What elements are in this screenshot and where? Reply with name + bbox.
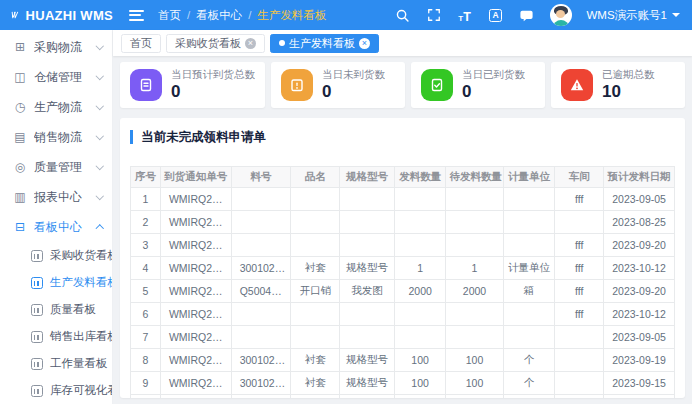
column-header: 规格型号: [340, 167, 394, 188]
cell-spec: [340, 326, 394, 349]
breadcrumb-home[interactable]: 首页: [158, 8, 181, 23]
kanban-board-icon: [31, 277, 43, 289]
cell-material-no: 3001026-Q3...: [231, 395, 291, 399]
page-tab[interactable]: 首页: [121, 34, 161, 53]
expected-arrival-icon: [130, 69, 162, 101]
cell-product-name: [291, 326, 340, 349]
sidebar-subitem-label: 库存可视化看板: [50, 383, 113, 398]
breadcrumb: 首页 / 看板中心 / 生产发料看板: [158, 8, 326, 23]
cell-notice-no: WMIRQ2310...: [160, 257, 231, 280]
sidebar-item[interactable]: ◷ 生产物流: [0, 92, 112, 122]
translate-icon[interactable]: A: [488, 7, 504, 23]
stat-value: 0: [322, 82, 385, 102]
tab-label: 首页: [130, 36, 152, 51]
close-icon[interactable]: ×: [245, 38, 256, 49]
cell-material-no: Q5004040: [231, 280, 291, 303]
kanban-board-icon: [31, 304, 43, 316]
cell-workshop: fff: [555, 395, 604, 399]
page-tab[interactable]: 采购收货看板 ×: [166, 34, 265, 53]
cell-unit: 计量单位: [503, 257, 555, 280]
overdue-icon: [561, 69, 593, 101]
sidebar-subitem[interactable]: 工作量看板: [0, 350, 112, 377]
sidebar-subitem[interactable]: 销售出库看板: [0, 323, 112, 350]
stat-value: 0: [462, 82, 525, 102]
cell-product-name: 衬套: [291, 349, 340, 372]
close-icon[interactable]: ×: [359, 38, 370, 49]
sidebar-item[interactable]: ◫ 仓储管理: [0, 62, 112, 92]
sidebar-item-label: 报表中心: [34, 189, 97, 206]
page-tab[interactable]: 生产发料看板 ×: [270, 34, 379, 53]
cell-notice-no: WMIRQ2309...: [160, 372, 231, 395]
sidebar-subitem-label: 工作量看板: [50, 356, 108, 371]
sidebar-item-label: 销售物流: [34, 129, 97, 146]
chevron-icon: [95, 102, 103, 110]
logo-mark-icon: [10, 7, 20, 23]
cell-spec: 规格型号: [340, 257, 394, 280]
cell-unit: 计量单位: [503, 395, 555, 399]
search-icon[interactable]: [395, 7, 411, 23]
cell-product-name: 衬套: [291, 257, 340, 280]
table-row: 1 WMIRQ2309... fff 2023-09-05: [131, 188, 675, 211]
cell-spec: [340, 211, 394, 234]
cell-issue-qty: 1000: [394, 395, 446, 399]
sidebar-item[interactable]: ◎ 质量管理: [0, 152, 112, 182]
sidebar-item[interactable]: ▥ 报表中心: [0, 182, 112, 212]
font-size-icon[interactable]: TT: [457, 7, 473, 23]
cell-product-name: [291, 188, 340, 211]
sidebar-subitem[interactable]: 质量看板: [0, 296, 112, 323]
sidebar-subitem-label: 采购收货看板: [50, 248, 113, 263]
cell-index: 2: [131, 211, 161, 234]
stat-cards: 当日预计到货总数 0 当日未到货数 0: [120, 62, 685, 108]
cell-index: 8: [131, 349, 161, 372]
procurement-icon: ⊞: [13, 40, 27, 54]
user-menu[interactable]: WMS演示账号1: [587, 8, 681, 23]
table-row: 9 WMIRQ2309... 3001026-Q3... 衬套 规格型号 100…: [131, 372, 675, 395]
cell-issue-qty: [394, 234, 446, 257]
column-header: 料号: [231, 167, 291, 188]
sidebar-item[interactable]: ▤ 销售物流: [0, 122, 112, 152]
column-header: 到货通知单号: [160, 167, 231, 188]
chevron-icon: [95, 72, 103, 80]
tab-label: 采购收货看板: [175, 36, 241, 51]
user-avatar[interactable]: [550, 4, 572, 26]
cell-issue-qty: [394, 326, 446, 349]
cell-material-no: 3001026-Q3...: [231, 257, 291, 280]
sidebar-item[interactable]: ⊞ 采购物流: [0, 32, 112, 62]
table-body: 1 WMIRQ2309... fff 2023-09-05: [131, 188, 675, 399]
cell-expected-date: 2023-09-05: [604, 188, 675, 211]
table-row: 10 WMIRQ2309... 3001026-Q3... 衬套 规格型号 10…: [131, 395, 675, 399]
cell-workshop: fff: [555, 303, 604, 326]
cell-material-no: 3001026-Q3...: [231, 349, 291, 372]
fullscreen-icon[interactable]: [426, 7, 442, 23]
kanban-board-icon: [31, 358, 43, 370]
dashboard-icon: ⊟: [13, 220, 27, 234]
cell-material-no: [231, 303, 291, 326]
breadcrumb-kanban-center[interactable]: 看板中心: [196, 8, 242, 23]
cell-issue-qty: [394, 211, 446, 234]
message-icon[interactable]: [519, 7, 535, 23]
sidebar-subitem[interactable]: 库存可视化看板: [0, 377, 112, 404]
kanban-board-icon: [31, 250, 43, 262]
column-header: 预计发料日期: [604, 167, 675, 188]
column-header: 品名: [291, 167, 340, 188]
sidebar-item[interactable]: ⊟ 看板中心: [0, 212, 112, 242]
breadcrumb-current: 生产发料看板: [257, 8, 326, 23]
sidebar-subitem[interactable]: 生产发料看板: [0, 269, 112, 296]
cell-index: 4: [131, 257, 161, 280]
sidebar-subitem-label: 生产发料看板: [50, 275, 113, 290]
cell-spec: 规格型号: [340, 395, 394, 399]
sidebar-collapse-icon[interactable]: [129, 10, 144, 21]
cell-issue-qty: 1: [394, 257, 446, 280]
sidebar-subitem[interactable]: 采购收货看板: [0, 242, 112, 269]
table-row: 4 WMIRQ2310... 3001026-Q3... 衬套 规格型号 1 1…: [131, 257, 675, 280]
cell-pending-qty: [446, 326, 503, 349]
tab-label: 生产发料看板: [289, 36, 355, 51]
cell-pending-qty: [446, 303, 503, 326]
chevron-icon: [95, 132, 103, 140]
cell-workshop: fff: [555, 280, 604, 303]
chevron-icon: [95, 225, 103, 233]
table-row: 5 WMIRQ2309... Q5004040 开口销 我发图 2000 200…: [131, 280, 675, 303]
cell-product-name: 衬套: [291, 395, 340, 399]
cell-expected-date: 2023-10-12: [604, 257, 675, 280]
cell-notice-no: WMIRQ2309...: [160, 188, 231, 211]
